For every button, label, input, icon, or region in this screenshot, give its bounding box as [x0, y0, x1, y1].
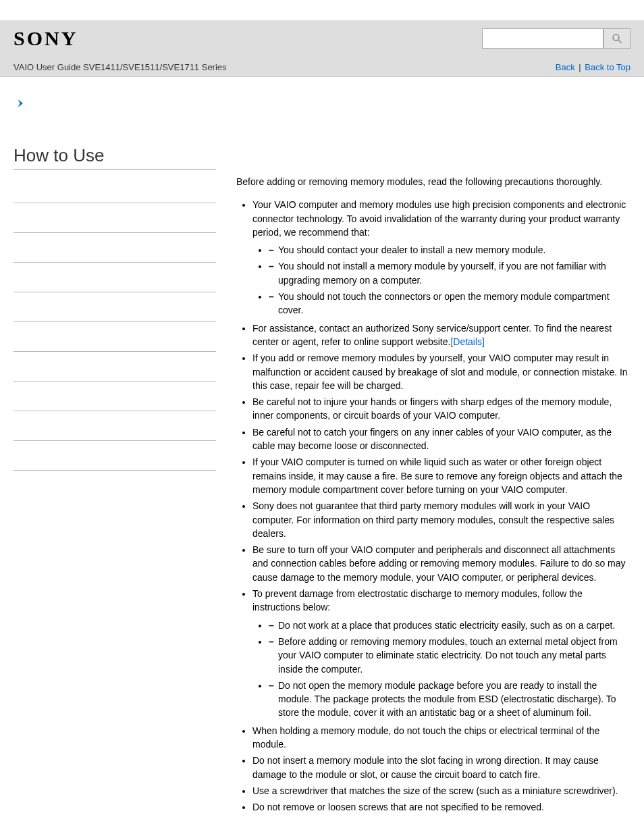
- details-link[interactable]: [Details]: [450, 336, 485, 347]
- sidebar-item[interactable]: [14, 441, 216, 471]
- search-input[interactable]: [482, 28, 603, 49]
- list-item: Do not remove or loosen screws that are …: [252, 800, 630, 814]
- sidebar-item[interactable]: [14, 352, 216, 382]
- list-item: Be careful not to injure your hands or f…: [252, 395, 630, 423]
- sidebar-item[interactable]: [14, 203, 216, 233]
- svg-line-1: [618, 40, 622, 43]
- sidebar-item[interactable]: [14, 263, 216, 292]
- list-item: For assistance, contact an authorized So…: [252, 321, 630, 349]
- list-sub-item: Before adding or removing memory modules…: [269, 635, 630, 676]
- list-item: Do not insert a memory module into the s…: [252, 754, 630, 781]
- nav-separator: |: [579, 62, 581, 72]
- list-item: To prevent damage from electrostatic dis…: [252, 587, 630, 720]
- sidebar-item[interactable]: [14, 322, 216, 352]
- guide-subtitle: VAIO User Guide SVE1411/SVE1511/SVE1711 …: [14, 62, 227, 72]
- list-item: Sony does not guarantee that third party…: [252, 499, 630, 540]
- list-item: Be sure to turn off your VAIO computer a…: [252, 543, 630, 584]
- list-item: If you add or remove memory modules by y…: [252, 351, 630, 392]
- list-sub-item: You should not touch the connectors or o…: [269, 290, 630, 317]
- list-item: If your VAIO computer is turned on while…: [252, 455, 630, 496]
- search-icon: [611, 32, 623, 45]
- back-to-top-link[interactable]: Back to Top: [585, 62, 630, 72]
- chevron-right-icon: [15, 97, 27, 109]
- search-box: [482, 28, 630, 49]
- sidebar-item[interactable]: [14, 411, 216, 441]
- sidebar-title: How to Use: [14, 145, 216, 170]
- list-sub-item: Do not work at a place that produces sta…: [269, 619, 630, 632]
- sidebar-item[interactable]: [14, 292, 216, 322]
- back-link[interactable]: Back: [556, 62, 575, 72]
- list-item: Your VAIO computer and memory modules us…: [252, 198, 630, 317]
- sidebar-item[interactable]: [14, 382, 216, 411]
- list-item: Use a screwdriver that matches the size …: [252, 784, 630, 798]
- sidebar-item[interactable]: [14, 233, 216, 263]
- svg-point-0: [613, 34, 619, 41]
- list-item: When holding a memory module, do not tou…: [252, 724, 630, 752]
- search-button[interactable]: [603, 28, 630, 49]
- list-item: Be careful not to catch your fingers on …: [252, 425, 630, 453]
- intro-paragraph: Before adding or removing memory modules…: [236, 175, 630, 188]
- list-sub-item: You should contact your dealer to instal…: [269, 243, 630, 257]
- list-sub-item: You should not install a memory module b…: [269, 259, 630, 287]
- logo: SONY: [14, 27, 78, 50]
- list-sub-item: Do not open the memory module package be…: [269, 679, 630, 720]
- main-content: Before adding or removing memory modules…: [236, 118, 630, 834]
- sidebar: How to Use: [14, 118, 216, 834]
- sidebar-item[interactable]: [14, 174, 216, 203]
- header: SONY VAIO User Guide SVE1411/SVE1511/SVE…: [0, 20, 644, 77]
- nav-links: Back | Back to Top: [556, 62, 630, 72]
- precautions-list: Your VAIO computer and memory modules us…: [236, 198, 630, 814]
